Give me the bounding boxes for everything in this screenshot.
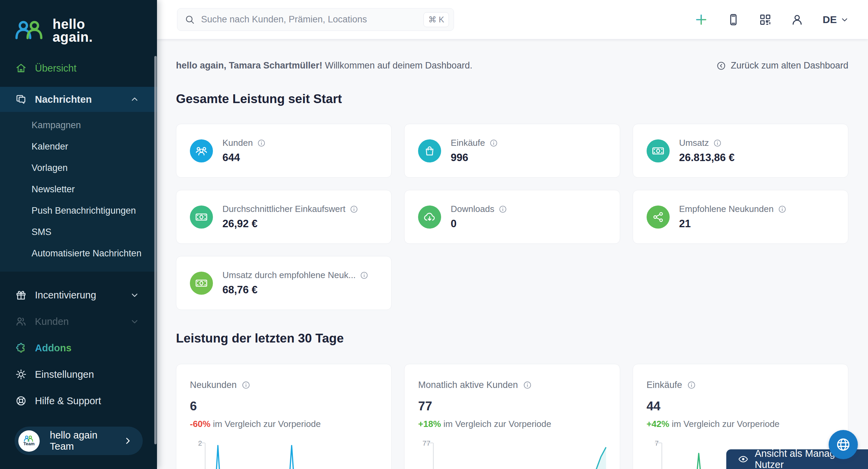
smartphone-icon (727, 13, 740, 26)
total-stats-grid: Kunden 644 Einkäufe 996 (176, 124, 848, 310)
banknote-icon (651, 144, 665, 158)
qr-code-button[interactable] (759, 13, 772, 26)
sidebar-item-incentivierung[interactable]: Incentivierung (0, 285, 157, 305)
logo-people-icon (15, 20, 47, 41)
sidebar-subitem-kampagnen[interactable]: Kampagnen (0, 115, 157, 136)
stat-card-umsatz-empfohlene[interactable]: Umsatz durch empfohlene Neuk... 68,76 € (176, 256, 392, 310)
y-axis-label: 77 (418, 439, 433, 469)
info-icon[interactable] (687, 380, 696, 390)
chevron-down-icon (840, 15, 849, 24)
team-switcher[interactable]: Team hello again Team (15, 427, 143, 455)
info-icon[interactable] (360, 271, 369, 280)
team-avatar: Team (18, 430, 40, 452)
info-icon[interactable] (713, 139, 722, 148)
language-globe-button[interactable] (829, 430, 858, 459)
user-icon (791, 13, 804, 26)
info-icon[interactable] (489, 139, 498, 148)
info-icon[interactable] (241, 380, 251, 390)
home-icon (15, 62, 27, 74)
sidebar-item-addons[interactable]: Addons (0, 338, 157, 358)
sidebar-subitem-sms[interactable]: SMS (0, 221, 157, 243)
stat-card-downloads[interactable]: Downloads 0 (404, 190, 620, 244)
section-title-last30: Leistung der letzten 30 Tage (176, 331, 848, 346)
sidebar-item-hilfe-support[interactable]: Hilfe & Support (0, 391, 157, 411)
chart-card-monatlich-aktive-kunden[interactable]: Monatlich aktive Kunden 77 +18% im Vergl… (404, 364, 620, 469)
banknote-icon (195, 210, 208, 224)
stat-card-umsatz[interactable]: Umsatz 26.813,86 € (633, 124, 848, 178)
back-to-old-dashboard-link[interactable]: Zurück zum alten Dashboard (716, 60, 848, 71)
sidebar-subitem-vorlagen[interactable]: Vorlagen (0, 157, 157, 179)
sidebar-subitem-kalender[interactable]: Kalender (0, 136, 157, 157)
shopping-bag-icon (423, 145, 436, 157)
info-icon[interactable] (350, 205, 358, 214)
sidebar-scrollbar[interactable] (154, 56, 157, 444)
gear-icon (15, 369, 27, 380)
sidebar-item-einstellungen[interactable]: Einstellungen (0, 364, 157, 385)
share-icon (652, 211, 664, 223)
sidebar-subitem-push[interactable]: Push Benachrichtigungen (0, 200, 157, 221)
section-title-total: Gesamte Leistung seit Start (176, 92, 848, 106)
stat-card-kunden[interactable]: Kunden 644 (176, 124, 392, 178)
eye-icon (738, 453, 749, 465)
search-icon (185, 15, 195, 25)
y-axis-label: 2 (190, 439, 205, 469)
users-group-icon (195, 144, 208, 157)
chevron-down-icon (130, 317, 139, 326)
topbar: ⌘ K DE (157, 0, 868, 39)
plus-icon (694, 13, 708, 26)
global-search[interactable]: ⌘ K (177, 8, 454, 31)
sidebar: hello again. Übersicht Nachrichten Kampa… (0, 0, 157, 469)
dashboard-content: hello again, Tamara Schartmüller! Willko… (157, 39, 868, 469)
globe-icon (835, 437, 851, 452)
chat-icon (15, 94, 27, 105)
sparkline-chart (205, 443, 378, 469)
y-axis-label: 7 (647, 439, 662, 469)
stat-card-einkaeufe[interactable]: Einkäufe 996 (404, 124, 620, 178)
sparkline-chart (433, 443, 606, 469)
chevron-right-icon (123, 436, 133, 446)
logo-text: hello again. (53, 18, 93, 43)
circle-chevron-left-icon (716, 61, 726, 71)
info-icon[interactable] (498, 205, 507, 214)
search-shortcut: ⌘ K (423, 12, 449, 27)
users-icon (15, 316, 27, 327)
banknote-icon (195, 276, 208, 290)
sidebar-item-nachrichten[interactable]: Nachrichten (0, 87, 157, 112)
sidebar-subitem-automatisierte[interactable]: Automatisierte Nachrichten (0, 243, 157, 264)
chevron-up-icon (130, 95, 139, 104)
stat-card-durchschnittlicher-einkaufswert[interactable]: Durchschnittlicher Einkaufswert 26,92 € (176, 190, 392, 244)
info-icon[interactable] (523, 380, 532, 390)
add-button[interactable] (694, 13, 708, 26)
sidebar-subitem-newsletter[interactable]: Newsletter (0, 179, 157, 200)
delta-text: +18% im Vergleich zur Vorperiode (418, 419, 606, 429)
sidebar-item-uebersicht[interactable]: Übersicht (0, 58, 157, 78)
cloud-download-icon (423, 210, 436, 224)
app-logo[interactable]: hello again. (15, 18, 157, 43)
team-name: hello again Team (50, 430, 123, 452)
puzzle-icon (15, 342, 27, 354)
info-icon[interactable] (778, 205, 787, 214)
chart-card-neukunden[interactable]: Neukunden 6 -60% im Vergleich zur Vorper… (176, 364, 392, 469)
greeting-text: hello again, Tamara Schartmüller! Willko… (176, 60, 472, 71)
sidebar-section-nachrichten: Nachrichten Kampagnen Kalender Vorlagen … (0, 87, 157, 272)
search-input[interactable] (201, 14, 417, 25)
chevron-down-icon (130, 290, 139, 300)
delta-text: -60% im Vergleich zur Vorperiode (190, 419, 378, 429)
lifebuoy-icon (15, 395, 27, 407)
language-selector[interactable]: DE (823, 14, 849, 25)
mobile-preview-button[interactable] (727, 13, 740, 26)
qr-code-icon (759, 13, 772, 26)
main-area: ⌘ K DE (157, 0, 868, 469)
info-icon[interactable] (257, 139, 266, 148)
stat-card-empfohlene-neukunden[interactable]: Empfohlene Neukunden 21 (633, 190, 848, 244)
account-button[interactable] (791, 13, 804, 26)
gift-icon (15, 289, 27, 301)
sidebar-item-kunden[interactable]: Kunden (0, 311, 157, 332)
delta-text: +42% im Vergleich zur Vorperiode (647, 419, 834, 429)
